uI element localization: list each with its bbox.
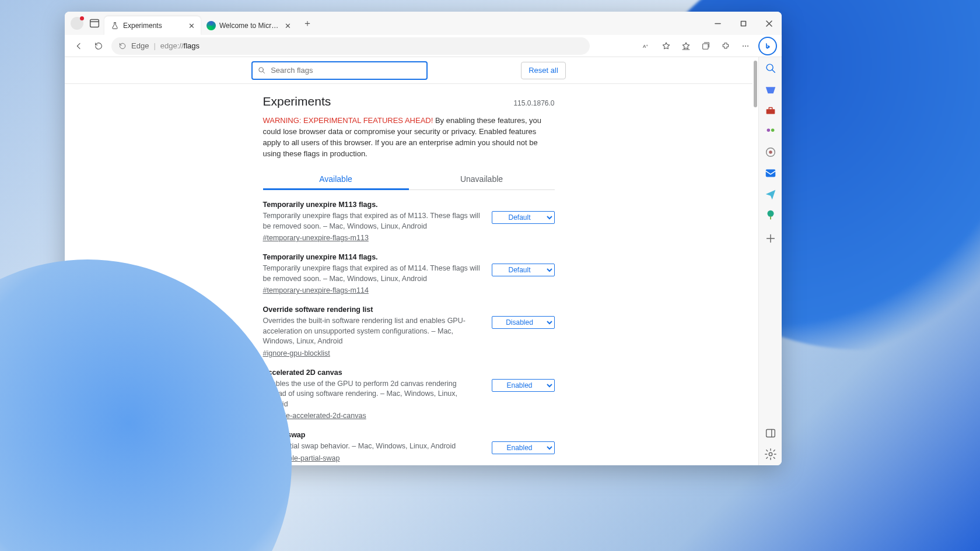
- reset-all-button[interactable]: Reset all: [521, 62, 566, 79]
- flag-row: Override software rendering listOverride…: [263, 295, 555, 358]
- flag-name: Partial swap: [263, 431, 481, 439]
- sidebar-search-icon[interactable]: [764, 62, 777, 75]
- sidebar-split-icon[interactable]: [764, 427, 777, 440]
- edge-icon: [206, 21, 216, 30]
- svg-rect-17: [766, 430, 775, 437]
- svg-text:A⁺: A⁺: [643, 44, 648, 49]
- flag-name: Temporarily unexpire M114 flags.: [263, 253, 481, 261]
- sidebar-shopping-icon[interactable]: [764, 83, 777, 96]
- minimize-button[interactable]: [705, 14, 730, 33]
- svg-point-15: [767, 210, 774, 217]
- favorites-bar-button[interactable]: [677, 37, 695, 55]
- read-aloud-button[interactable]: A⁺: [637, 37, 656, 55]
- flag-description: Overrides the built-in software renderin…: [263, 316, 481, 347]
- flag-state-select[interactable]: DefaultEnabledDisabled: [492, 441, 555, 454]
- flags-list: Temporarily unexpire M113 flags.Temporar…: [263, 190, 555, 465]
- flag-state-select[interactable]: DefaultEnabledDisabled: [492, 316, 555, 329]
- tab-available[interactable]: Available: [263, 169, 409, 190]
- svg-point-6: [747, 45, 748, 47]
- sidebar-tools-icon[interactable]: [764, 104, 777, 117]
- svg-point-13: [769, 150, 772, 154]
- content-surface: Reset all Experiments 115.0.1876.0 WARNI…: [65, 57, 782, 465]
- site-info-icon: [118, 42, 127, 50]
- tab-experiments[interactable]: Experiments ✕: [104, 16, 201, 35]
- url-dim: edge://: [160, 41, 184, 50]
- browser-window: Experiments ✕ Welcome to Microsoft Edge …: [65, 12, 782, 465]
- svg-point-18: [769, 452, 772, 456]
- flag-row: WebRTC downmix capture audio method.Over…: [263, 463, 555, 465]
- search-flags-box[interactable]: [251, 61, 428, 80]
- extensions-button[interactable]: [716, 37, 735, 55]
- page-title: Experiments: [263, 94, 331, 108]
- bing-button[interactable]: [758, 37, 777, 55]
- flag-anchor-link[interactable]: #ui-disable-partial-swap: [263, 454, 340, 462]
- version-label: 115.0.1876.0: [513, 99, 554, 107]
- flag-state-select[interactable]: DefaultEnabledDisabled: [492, 211, 555, 224]
- page-viewport: Reset all Experiments 115.0.1876.0 WARNI…: [65, 57, 758, 465]
- back-button[interactable]: [69, 37, 88, 55]
- favorite-button[interactable]: [657, 37, 676, 55]
- tab-actions-button[interactable]: [88, 17, 101, 30]
- svg-point-4: [743, 45, 744, 47]
- tab-close-button[interactable]: ✕: [283, 21, 292, 30]
- flag-anchor-link[interactable]: #disable-accelerated-2d-canvas: [263, 412, 366, 420]
- tab-welcome[interactable]: Welcome to Microsoft Edge Ca ✕: [201, 16, 297, 35]
- sidebar-drop-icon[interactable]: [764, 209, 777, 222]
- svg-rect-3: [703, 44, 708, 49]
- flag-row: Temporarily unexpire M114 flags.Temporar…: [263, 243, 555, 295]
- sidebar-outlook-icon[interactable]: [764, 167, 777, 180]
- sidebar-add-button[interactable]: [764, 232, 777, 245]
- vertical-scrollbar[interactable]: [754, 61, 757, 461]
- title-bar: Experiments ✕ Welcome to Microsoft Edge …: [65, 12, 782, 35]
- flag-state-select[interactable]: DefaultEnabledDisabled: [492, 379, 555, 392]
- svg-rect-16: [770, 216, 771, 220]
- flag-row: Temporarily unexpire M113 flags.Temporar…: [263, 190, 555, 243]
- tab-close-button[interactable]: ✕: [187, 21, 196, 30]
- flag-row: Partial swapSets partial swap behavior. …: [263, 420, 555, 463]
- collections-button[interactable]: [696, 37, 715, 55]
- warning-lead: WARNING: EXPERIMENTAL FEATURES AHEAD!: [263, 116, 433, 125]
- svg-rect-9: [766, 109, 775, 114]
- flag-state-select[interactable]: DefaultEnabledDisabled: [492, 264, 555, 276]
- tab-label: Experiments: [123, 22, 183, 30]
- sidebar-office-icon[interactable]: [764, 146, 777, 159]
- flag-description: Temporarily unexpire flags that expired …: [263, 211, 481, 231]
- flag-name: Temporarily unexpire M113 flags.: [263, 201, 481, 209]
- toolbar: Edge | edge://flags A⁺: [65, 35, 782, 57]
- svg-point-10: [766, 128, 770, 132]
- tab-unavailable[interactable]: Unavailable: [409, 169, 555, 189]
- search-flags-input[interactable]: [271, 66, 422, 75]
- sidebar-settings-icon[interactable]: [764, 448, 777, 461]
- search-row: Reset all: [65, 57, 752, 84]
- svg-point-5: [745, 45, 746, 47]
- section-tabs: Available Unavailable: [263, 169, 555, 190]
- address-bar[interactable]: Edge | edge://flags: [111, 37, 590, 55]
- sidebar-send-icon[interactable]: [764, 188, 777, 201]
- profile-avatar[interactable]: [71, 17, 83, 30]
- tab-label: Welcome to Microsoft Edge Ca: [219, 22, 279, 30]
- new-tab-button[interactable]: ＋: [299, 15, 316, 31]
- flask-icon: [110, 21, 120, 30]
- warning-text: WARNING: EXPERIMENTAL FEATURES AHEAD! By…: [263, 115, 555, 159]
- flag-anchor-link[interactable]: #ignore-gpu-blocklist: [263, 349, 330, 357]
- bing-icon: [764, 42, 772, 50]
- maximize-button[interactable]: [730, 14, 756, 33]
- window-close-button[interactable]: [756, 14, 782, 33]
- url-strong: flags: [184, 41, 200, 50]
- site-label: Edge: [131, 41, 149, 50]
- more-button[interactable]: [736, 37, 755, 55]
- flag-anchor-link[interactable]: #temporary-unexpire-flags-m113: [263, 234, 369, 242]
- sidebar-games-icon[interactable]: [764, 125, 777, 138]
- flag-description: Temporarily unexpire flags that expired …: [263, 264, 481, 284]
- flag-anchor-link[interactable]: #temporary-unexpire-flags-m114: [263, 286, 369, 294]
- flag-description: Enables the use of the GPU to perform 2d…: [263, 379, 481, 410]
- flag-description: Sets partial swap behavior. – Mac, Windo…: [263, 441, 481, 452]
- reload-button[interactable]: [89, 37, 108, 55]
- tab-actions-icon: [88, 17, 101, 30]
- svg-rect-1: [741, 21, 746, 26]
- svg-point-11: [771, 128, 774, 132]
- edge-sidebar: [758, 57, 782, 465]
- svg-rect-14: [765, 170, 775, 177]
- flag-name: Accelerated 2D canvas: [263, 368, 481, 377]
- flag-name: Override software rendering list: [263, 306, 481, 314]
